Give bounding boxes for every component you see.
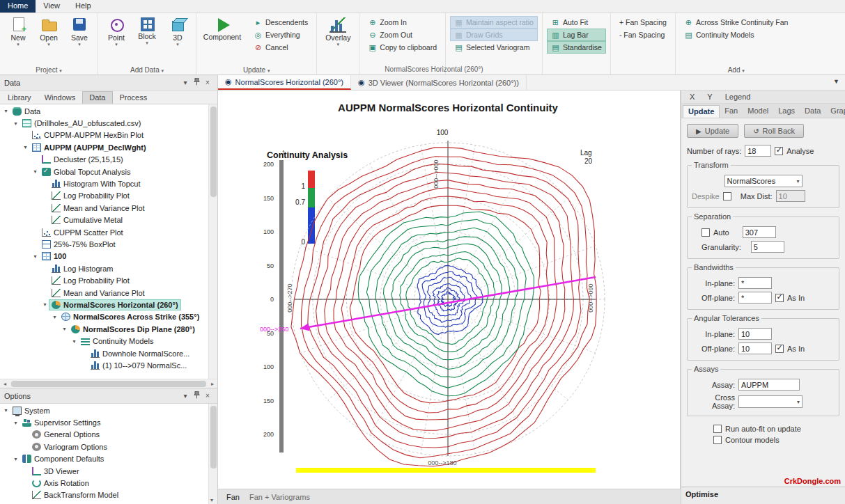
transform-dropdown[interactable]: NormalScores ▾ [724, 175, 803, 187]
tree-item[interactable]: ▾NormalScores Horizontal (260°) [0, 299, 208, 310]
data-dock-tab-windows[interactable]: Windows [38, 92, 82, 104]
max-dist-input[interactable] [776, 190, 805, 202]
tree-item[interactable]: CUPPM Scatter Plot [0, 226, 208, 238]
tree-item[interactable]: ▾Continuity Models [0, 335, 208, 347]
tab-y[interactable]: Y [701, 92, 718, 103]
tree-item[interactable]: ▾NormalScores Across Strike (355°) [0, 311, 208, 323]
tab-update[interactable]: Update [683, 105, 720, 118]
tab-list-dropdown-icon[interactable]: ▼ [828, 75, 845, 90]
zoom-in-button[interactable]: ⊕Zoom In [364, 16, 441, 29]
tree-expander-icon[interactable]: ▾ [61, 326, 68, 332]
scroll-down-icon[interactable]: ▾ [210, 497, 213, 503]
tree-item[interactable]: Axis Rotation [0, 477, 208, 489]
angular-off-plane-input[interactable] [738, 342, 772, 354]
tree-item[interactable]: ▾AUPPM (AUPPM_DeclWght) [0, 141, 208, 153]
tree-item[interactable]: Log Histogram [0, 262, 208, 274]
tree-expander-icon[interactable]: ▾ [31, 253, 39, 260]
tree-item[interactable]: Histogram With Topcut [0, 178, 208, 189]
menu-view[interactable]: View [36, 0, 68, 13]
chevron-down-icon[interactable]: ▾ [115, 42, 118, 47]
bottom-tab-fan[interactable]: Fan [226, 493, 240, 501]
chevron-down-icon[interactable]: ▾ [337, 42, 340, 47]
close-icon[interactable]: × [202, 79, 213, 86]
angular-as-in-checkbox[interactable] [775, 345, 784, 353]
menu-help[interactable]: Help [68, 0, 99, 13]
data-dock-tab-process[interactable]: Process [114, 92, 154, 104]
tree-expander-icon[interactable]: ▾ [41, 301, 49, 308]
assay-input[interactable] [738, 379, 800, 391]
close-icon[interactable]: × [202, 392, 213, 400]
everything-button[interactable]: ◎Everything [249, 29, 312, 41]
tree-item[interactable]: Mean and Variance Plot [0, 287, 208, 299]
data-tree-scrollbar[interactable] [208, 104, 217, 379]
auto-separation-checkbox[interactable] [701, 228, 710, 237]
data-tree-hscrollbar[interactable]: ◂ ▸ [0, 379, 217, 388]
tree-item[interactable]: ▾Data [0, 105, 208, 117]
tree-item[interactable]: 3D Viewer [0, 465, 208, 477]
tree-expander-icon[interactable]: ▾ [70, 338, 78, 345]
bottom-tab-fan-variograms[interactable]: Fan + Variograms [249, 493, 310, 501]
tree-item[interactable]: Variogram Options [0, 441, 208, 452]
tree-item[interactable]: Log Probability Plot [0, 274, 208, 286]
data-dock-tab-data[interactable]: Data [82, 91, 112, 104]
chevron-down-icon[interactable]: ▾ [180, 79, 191, 86]
lag-bar[interactable] [296, 468, 596, 473]
bandwidth-as-in-checkbox[interactable] [775, 294, 784, 302]
tree-item[interactable]: ▾(Drillholes_AU_obfuscated.csv) [0, 117, 208, 129]
add-group-label[interactable]: Add ▾ [676, 66, 796, 74]
tab-x[interactable]: X [684, 92, 700, 103]
bandwidth-off-plane-input[interactable] [738, 292, 772, 304]
open-button[interactable]: Open ▾ [35, 16, 63, 47]
distance-scale-bar[interactable] [279, 160, 284, 452]
project-group-label[interactable]: Project ▾ [0, 66, 98, 74]
granularity-input[interactable] [751, 241, 784, 253]
chevron-down-icon[interactable]: ▾ [47, 42, 50, 47]
optimise-section-header[interactable]: Optimise [681, 487, 845, 504]
analyse-checkbox[interactable] [775, 147, 783, 155]
tab-normalscores-horizontal[interactable]: ◉ NormalScores Horizontal (260°) [218, 75, 351, 90]
separation-input[interactable] [743, 226, 776, 238]
point-button[interactable]: Point ▾ [102, 16, 130, 47]
tree-expander-icon[interactable]: ▾ [51, 314, 59, 320]
tab-3d-viewer[interactable]: ◉ 3D Viewer (NormalScores Horizontal (26… [351, 75, 527, 90]
chevron-down-icon[interactable]: ▾ [146, 41, 148, 45]
chevron-down-icon[interactable]: ▾ [180, 392, 191, 400]
threed-button[interactable]: 3D ▾ [164, 16, 192, 47]
zoom-out-button[interactable]: ⊖Zoom Out [364, 29, 441, 41]
tree-expander-icon[interactable]: ▾ [2, 407, 10, 414]
tab-model[interactable]: Model [743, 105, 773, 118]
contour-models-checkbox[interactable] [713, 436, 722, 444]
continuity-models-button[interactable]: ▤Continuity Models [680, 29, 792, 41]
menu-home[interactable]: Home [0, 0, 36, 13]
tree-item[interactable]: Downhole NormalScore... [0, 347, 208, 359]
tree-item[interactable]: CUPPM-AUPPM HexBin Plot [0, 129, 208, 141]
pin-icon[interactable] [191, 78, 202, 87]
tree-expander-icon[interactable]: ▾ [12, 456, 20, 462]
tree-item[interactable]: ▾Component Defaults [0, 453, 208, 465]
tree-item[interactable]: 25%-75% BoxPlot [0, 238, 208, 250]
tree-item[interactable]: ▾100 [0, 251, 208, 262]
pin-icon[interactable] [191, 391, 202, 400]
tree-item[interactable]: ▾Supervisor Settings [0, 416, 208, 428]
decrease-fan-spacing-button[interactable]: - Fan Spacing [615, 29, 671, 41]
chevron-down-icon[interactable]: ▾ [17, 42, 20, 47]
tree-item[interactable]: Cumulative Metal [0, 214, 208, 226]
rollback-button[interactable]: ↺Roll Back [744, 124, 804, 138]
tree-item[interactable]: ▾NormalScores Dip Plane (280°) [0, 323, 208, 335]
standardise-button[interactable]: ▤Standardise [547, 41, 606, 54]
chevron-down-icon[interactable]: ▾ [176, 42, 179, 47]
scroll-right-icon[interactable]: ▸ [208, 381, 217, 387]
copy-to-clipboard-button[interactable]: ▣Copy to clipboard [364, 41, 441, 54]
cancel-button[interactable]: ⊘Cancel [249, 41, 312, 54]
tree-item[interactable]: ▾Global Topcut Analysis [0, 166, 208, 178]
tree-item[interactable]: (1) 10-->079 NormalSc... [0, 359, 208, 371]
selected-variogram-button[interactable]: ▤Selected Variogram [450, 41, 538, 54]
fan-plot-canvas[interactable]: AUPPM NormalScores Horizontal Continuity… [218, 90, 681, 489]
component-button[interactable]: Component [201, 16, 244, 65]
block-button[interactable]: Block ▾ [133, 16, 161, 47]
tab-data[interactable]: Data [800, 105, 825, 118]
overlay-button[interactable]: Overlay ▾ [321, 16, 355, 47]
auto-fit-button[interactable]: ⊞Auto Fit [547, 16, 606, 29]
tree-item[interactable]: Mean and Variance Plot [0, 202, 208, 214]
tree-item[interactable]: ▾System [0, 404, 208, 416]
